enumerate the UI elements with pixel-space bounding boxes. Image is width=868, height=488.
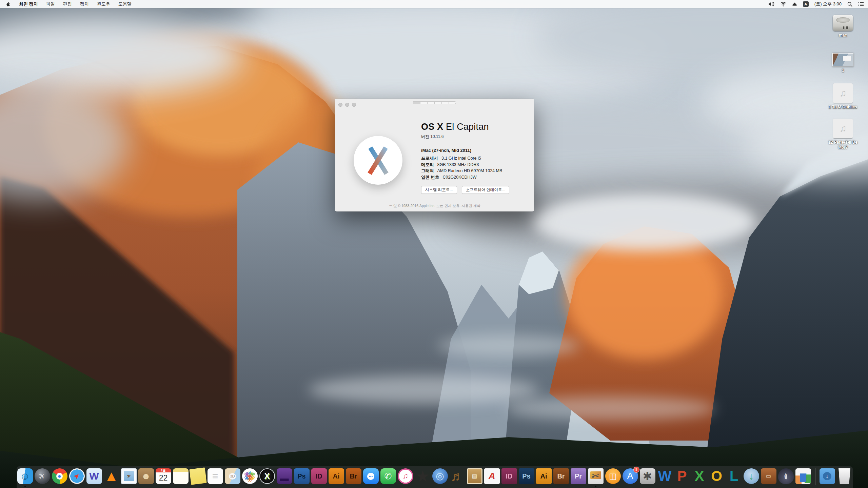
dock-icon-imovie[interactable]: ★ (415, 468, 431, 484)
idvd-icon: ◎ (432, 468, 448, 484)
dock-icon-contacts[interactable]: ☻ (138, 468, 154, 484)
apple-menu[interactable] (0, 1, 15, 7)
dock-icon-outlook[interactable]: O (709, 468, 725, 484)
desktop-icon-label: 1 (824, 68, 862, 73)
input-source-icon[interactable]: A (803, 1, 809, 7)
desktop-icon-audio-file-2[interactable]: 12 Parle-T-Il De Moi? (824, 119, 862, 150)
dock-icon-facetime[interactable]: ✆ (380, 468, 396, 484)
tab[interactable] (442, 101, 449, 104)
tab[interactable] (420, 101, 428, 104)
desktop: 화면 캡처 파일편집캡처윈도우도움말 A (토) 오후 3:00 (0, 0, 868, 488)
menu-item[interactable]: 파일 (42, 1, 59, 7)
eject-icon[interactable] (792, 2, 797, 6)
dock-icon-pages-09[interactable]: ✒ (778, 468, 794, 484)
messages-icon: ••• (363, 468, 379, 484)
dock-icon-idvd[interactable]: ◎ (432, 468, 448, 484)
menu-item[interactable]: 윈도우 (93, 1, 114, 7)
desktop-icon-hard-disk[interactable]: mac (824, 15, 862, 38)
dock-icon-excel[interactable]: X (692, 468, 707, 484)
desktop-icon-screenshot-file[interactable]: 1 (824, 53, 862, 73)
menu-item[interactable]: 도움말 (114, 1, 136, 7)
close-button[interactable] (338, 103, 342, 107)
dock-icon-bridge-cs3[interactable]: Br (553, 468, 569, 484)
garageband-icon: ♬ (450, 468, 465, 484)
stickies-icon (189, 467, 206, 485)
desktop-icon-label: 12 Parle-T-Il De Moi? (824, 140, 862, 150)
dock-icon-trash[interactable] (837, 468, 852, 484)
dock-icon-photoshop-cs3[interactable]: Ps (519, 468, 534, 484)
volume-icon[interactable] (768, 2, 774, 6)
dock-icon-bridge[interactable]: Br (346, 468, 361, 484)
zoom-button[interactable] (352, 103, 356, 107)
dock-icon-photoshop[interactable]: Ps (294, 468, 310, 484)
desktop-icon-audio-file-1[interactable]: 1 Tu M'Oublies (824, 83, 862, 110)
dock-icon-illustrator-cs3[interactable]: Ai (536, 468, 552, 484)
dock-icon-mail[interactable]: ➤ (121, 468, 137, 484)
dock-icon-app-store[interactable]: A1 (623, 468, 638, 484)
indesign-icon: ID (311, 468, 327, 484)
dock-icon-itunes[interactable]: ♫ (398, 468, 413, 484)
about-action-button[interactable]: 시스템 리포트... (421, 186, 457, 194)
dock-icon-premiere-pro[interactable]: Pr (571, 468, 586, 484)
dock-icon-keynote-09[interactable]: ▭ (761, 468, 776, 484)
dock-icon-numbers-09[interactable]: ▇ (795, 468, 811, 484)
dock-icon-finder[interactable]: ☺ (17, 468, 33, 484)
dock-icon-launchpad[interactable]: ✈ (35, 468, 50, 484)
desktop-icons: mac11 Tu M'Oublies12 Parle-T-Il De Moi? (823, 14, 863, 150)
dock-icon-system-preferences[interactable]: ✱ (640, 468, 655, 484)
dock-icon-w-browser[interactable]: W (86, 468, 102, 484)
music-icon[interactable] (833, 83, 853, 103)
dock-icon-reminders[interactable]: ≡ (208, 468, 223, 484)
dock-icon-ibooks[interactable]: ◫ (605, 468, 621, 484)
image-icon[interactable] (832, 53, 853, 66)
calendar-icon: 222월 (156, 468, 171, 484)
active-app-menu[interactable]: 화면 캡처 (15, 1, 42, 7)
dock-icon-toast-titanium[interactable]: ▬ (277, 468, 292, 484)
dock-icon-grab-screen-capture[interactable]: ✂ (588, 468, 604, 484)
tab[interactable] (435, 101, 442, 104)
menu-clock[interactable]: (토) 오후 3:00 (814, 1, 842, 7)
spotlight-icon[interactable] (847, 2, 852, 7)
dock-icon-download-manager[interactable]: ↓ (744, 468, 759, 484)
disk-icon[interactable] (833, 15, 853, 31)
dock-icon-downloads-folder[interactable]: ↓ (820, 468, 835, 484)
dock-icon-stickies[interactable] (190, 468, 206, 484)
wifi-icon[interactable] (780, 2, 786, 6)
dock-icon-illustrator[interactable]: Ai (329, 468, 344, 484)
dock-icon-word[interactable]: W (657, 468, 673, 484)
dock-icon-notes[interactable] (173, 468, 189, 484)
grab-screen-capture-icon: ✂ (588, 468, 604, 484)
window-titlebar[interactable] (335, 99, 534, 111)
copyright-footer: ™ 및 © 1983-2016 Apple Inc. 모든 권리 보유. 사용권… (335, 204, 534, 208)
tab[interactable] (428, 101, 435, 104)
minimize-button[interactable] (345, 103, 349, 107)
excel-icon: X (692, 468, 707, 484)
music-icon[interactable] (833, 119, 853, 138)
dock-icon-acrobat[interactable]: A (484, 468, 500, 484)
dock-icon-indesign-cs3[interactable]: ID (501, 468, 517, 484)
dock-icon-photos[interactable]: ❀ (242, 468, 258, 484)
dock-icon-chrome[interactable]: ● (52, 468, 67, 484)
about-action-button[interactable]: 소프트웨어 업데이트... (462, 186, 509, 194)
spec-row: 프로세서3.1 GHz Intel Core i5 (421, 155, 509, 162)
dock-icon-safari[interactable]: ➤ (69, 468, 85, 484)
spec-row: 일련 번호C02G20KCDHJW (421, 174, 509, 181)
menu-item[interactable]: 캡처 (76, 1, 93, 7)
dock-icon-powerpoint[interactable]: P (674, 468, 690, 484)
dock-icon-calendar[interactable]: 222월 (156, 468, 171, 484)
tab[interactable] (449, 101, 456, 104)
dock-icon-quarkxpress[interactable]: X (259, 468, 275, 484)
apple-logo-icon (5, 1, 10, 7)
tab[interactable] (413, 101, 420, 104)
os-title: OS X El Capitan (421, 122, 509, 132)
dock-icon-indesign[interactable]: ID (311, 468, 327, 484)
about-tabs (413, 101, 456, 104)
dock-icon-messages[interactable]: ••• (363, 468, 379, 484)
dock-icon-vlc[interactable]: ▲ (104, 468, 119, 484)
dock-icon-garageband[interactable]: ♬ (450, 468, 465, 484)
dock-icon-maps[interactable]: 3D (225, 468, 240, 484)
dock-icon-pinboard-collage[interactable]: ▤ (467, 468, 482, 484)
menu-item[interactable]: 편집 (59, 1, 76, 7)
notification-center-icon[interactable] (858, 2, 864, 6)
dock-icon-lync[interactable]: L (726, 468, 742, 484)
